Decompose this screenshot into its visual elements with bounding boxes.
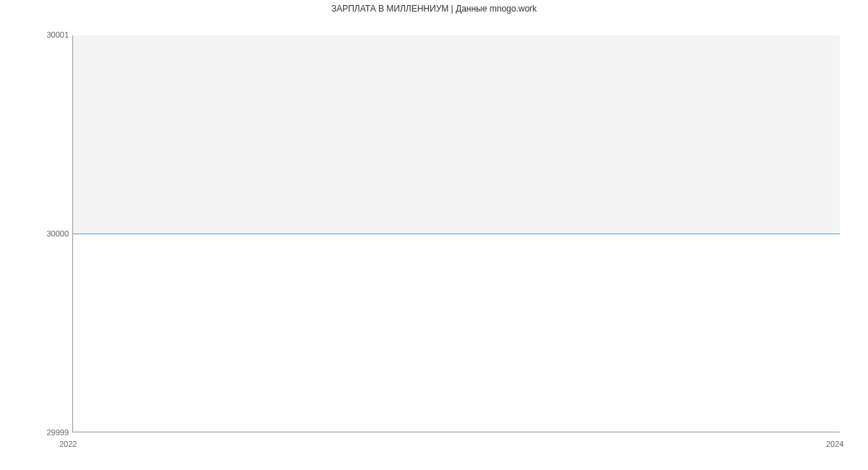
y-tick-label: 30000 [46,229,69,238]
y-tick-label: 30001 [46,30,69,39]
x-tick-label: 2024 [826,440,843,448]
plot-area [72,35,840,432]
chart-container: ЗАРПЛАТА В МИЛЛЕННИУМ | Данные mnogo.wor… [0,0,868,470]
x-tick-label: 2022 [59,440,77,448]
y-tick-label: 29999 [46,428,69,437]
data-line [73,234,840,234]
plot-background-lower [73,234,840,432]
chart-title: ЗАРПЛАТА В МИЛЛЕННИУМ | Данные mnogo.wor… [0,4,868,14]
